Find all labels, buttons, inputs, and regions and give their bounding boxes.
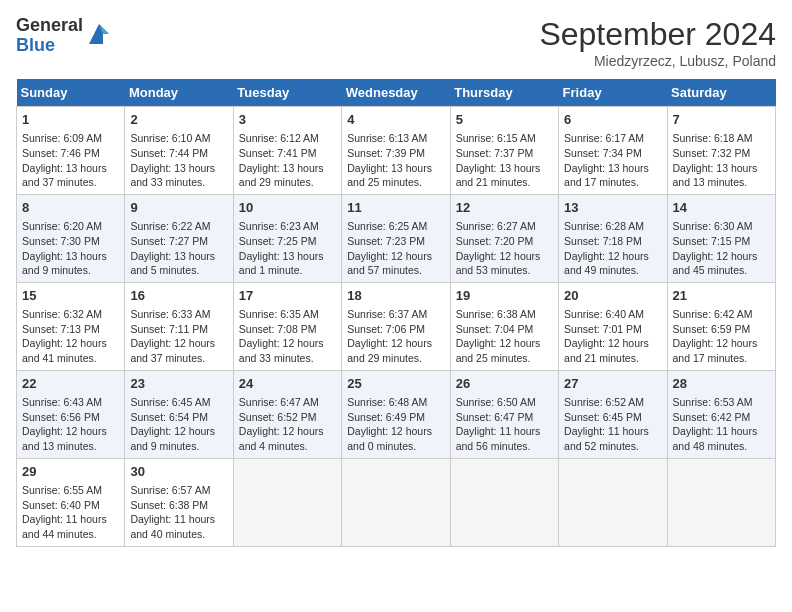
location: Miedzyrzecz, Lubusz, Poland [539,53,776,69]
day-number: 21 [673,287,770,305]
calendar-cell: 13Sunrise: 6:28 AM Sunset: 7:18 PM Dayli… [559,194,667,282]
day-info: Sunrise: 6:38 AM Sunset: 7:04 PM Dayligh… [456,307,553,366]
day-info: Sunrise: 6:37 AM Sunset: 7:06 PM Dayligh… [347,307,444,366]
day-number: 19 [456,287,553,305]
day-info: Sunrise: 6:13 AM Sunset: 7:39 PM Dayligh… [347,131,444,190]
day-number: 2 [130,111,227,129]
day-info: Sunrise: 6:20 AM Sunset: 7:30 PM Dayligh… [22,219,119,278]
calendar-cell: 23Sunrise: 6:45 AM Sunset: 6:54 PM Dayli… [125,370,233,458]
calendar-cell: 3Sunrise: 6:12 AM Sunset: 7:41 PM Daylig… [233,107,341,195]
day-info: Sunrise: 6:09 AM Sunset: 7:46 PM Dayligh… [22,131,119,190]
calendar-cell: 5Sunrise: 6:15 AM Sunset: 7:37 PM Daylig… [450,107,558,195]
day-info: Sunrise: 6:42 AM Sunset: 6:59 PM Dayligh… [673,307,770,366]
day-number: 10 [239,199,336,217]
day-info: Sunrise: 6:27 AM Sunset: 7:20 PM Dayligh… [456,219,553,278]
day-info: Sunrise: 6:50 AM Sunset: 6:47 PM Dayligh… [456,395,553,454]
day-number: 28 [673,375,770,393]
logo-icon [85,20,113,48]
calendar-cell [342,458,450,546]
day-info: Sunrise: 6:47 AM Sunset: 6:52 PM Dayligh… [239,395,336,454]
day-number: 14 [673,199,770,217]
day-info: Sunrise: 6:15 AM Sunset: 7:37 PM Dayligh… [456,131,553,190]
calendar-cell: 17Sunrise: 6:35 AM Sunset: 7:08 PM Dayli… [233,282,341,370]
day-info: Sunrise: 6:48 AM Sunset: 6:49 PM Dayligh… [347,395,444,454]
day-info: Sunrise: 6:18 AM Sunset: 7:32 PM Dayligh… [673,131,770,190]
title-block: September 2024 Miedzyrzecz, Lubusz, Pola… [539,16,776,69]
day-number: 5 [456,111,553,129]
calendar-cell: 26Sunrise: 6:50 AM Sunset: 6:47 PM Dayli… [450,370,558,458]
day-info: Sunrise: 6:33 AM Sunset: 7:11 PM Dayligh… [130,307,227,366]
calendar-cell: 14Sunrise: 6:30 AM Sunset: 7:15 PM Dayli… [667,194,775,282]
logo-general: General [16,16,83,36]
day-number: 4 [347,111,444,129]
weekday-header-tuesday: Tuesday [233,79,341,107]
day-info: Sunrise: 6:53 AM Sunset: 6:42 PM Dayligh… [673,395,770,454]
weekday-header-sunday: Sunday [17,79,125,107]
calendar-week-row: 29Sunrise: 6:55 AM Sunset: 6:40 PM Dayli… [17,458,776,546]
day-number: 1 [22,111,119,129]
weekday-header-monday: Monday [125,79,233,107]
day-info: Sunrise: 6:52 AM Sunset: 6:45 PM Dayligh… [564,395,661,454]
calendar-cell: 7Sunrise: 6:18 AM Sunset: 7:32 PM Daylig… [667,107,775,195]
day-number: 24 [239,375,336,393]
day-number: 7 [673,111,770,129]
calendar-cell: 16Sunrise: 6:33 AM Sunset: 7:11 PM Dayli… [125,282,233,370]
calendar-cell [667,458,775,546]
calendar-cell: 28Sunrise: 6:53 AM Sunset: 6:42 PM Dayli… [667,370,775,458]
day-number: 12 [456,199,553,217]
calendar-cell: 20Sunrise: 6:40 AM Sunset: 7:01 PM Dayli… [559,282,667,370]
day-info: Sunrise: 6:43 AM Sunset: 6:56 PM Dayligh… [22,395,119,454]
day-number: 30 [130,463,227,481]
calendar-cell: 12Sunrise: 6:27 AM Sunset: 7:20 PM Dayli… [450,194,558,282]
calendar-week-row: 8Sunrise: 6:20 AM Sunset: 7:30 PM Daylig… [17,194,776,282]
calendar-cell: 25Sunrise: 6:48 AM Sunset: 6:49 PM Dayli… [342,370,450,458]
day-number: 8 [22,199,119,217]
calendar-week-row: 22Sunrise: 6:43 AM Sunset: 6:56 PM Dayli… [17,370,776,458]
calendar-week-row: 15Sunrise: 6:32 AM Sunset: 7:13 PM Dayli… [17,282,776,370]
weekday-header-wednesday: Wednesday [342,79,450,107]
day-number: 26 [456,375,553,393]
calendar-cell: 21Sunrise: 6:42 AM Sunset: 6:59 PM Dayli… [667,282,775,370]
calendar-cell: 29Sunrise: 6:55 AM Sunset: 6:40 PM Dayli… [17,458,125,546]
calendar-cell: 10Sunrise: 6:23 AM Sunset: 7:25 PM Dayli… [233,194,341,282]
day-number: 3 [239,111,336,129]
calendar-cell: 15Sunrise: 6:32 AM Sunset: 7:13 PM Dayli… [17,282,125,370]
day-number: 13 [564,199,661,217]
day-number: 18 [347,287,444,305]
day-number: 9 [130,199,227,217]
day-number: 23 [130,375,227,393]
month-title: September 2024 [539,16,776,53]
calendar-cell: 30Sunrise: 6:57 AM Sunset: 6:38 PM Dayli… [125,458,233,546]
calendar-cell: 19Sunrise: 6:38 AM Sunset: 7:04 PM Dayli… [450,282,558,370]
calendar-cell: 9Sunrise: 6:22 AM Sunset: 7:27 PM Daylig… [125,194,233,282]
calendar-week-row: 1Sunrise: 6:09 AM Sunset: 7:46 PM Daylig… [17,107,776,195]
weekday-header-saturday: Saturday [667,79,775,107]
calendar-cell [559,458,667,546]
day-number: 15 [22,287,119,305]
calendar-cell: 27Sunrise: 6:52 AM Sunset: 6:45 PM Dayli… [559,370,667,458]
calendar-table: SundayMondayTuesdayWednesdayThursdayFrid… [16,79,776,547]
day-info: Sunrise: 6:35 AM Sunset: 7:08 PM Dayligh… [239,307,336,366]
day-info: Sunrise: 6:10 AM Sunset: 7:44 PM Dayligh… [130,131,227,190]
day-number: 17 [239,287,336,305]
calendar-cell: 4Sunrise: 6:13 AM Sunset: 7:39 PM Daylig… [342,107,450,195]
calendar-cell: 11Sunrise: 6:25 AM Sunset: 7:23 PM Dayli… [342,194,450,282]
weekday-header-friday: Friday [559,79,667,107]
day-number: 27 [564,375,661,393]
page-header: General Blue September 2024 Miedzyrzecz,… [16,16,776,69]
calendar-cell: 24Sunrise: 6:47 AM Sunset: 6:52 PM Dayli… [233,370,341,458]
day-info: Sunrise: 6:32 AM Sunset: 7:13 PM Dayligh… [22,307,119,366]
calendar-cell: 22Sunrise: 6:43 AM Sunset: 6:56 PM Dayli… [17,370,125,458]
day-info: Sunrise: 6:45 AM Sunset: 6:54 PM Dayligh… [130,395,227,454]
day-info: Sunrise: 6:23 AM Sunset: 7:25 PM Dayligh… [239,219,336,278]
day-info: Sunrise: 6:17 AM Sunset: 7:34 PM Dayligh… [564,131,661,190]
calendar-cell [450,458,558,546]
calendar-cell: 1Sunrise: 6:09 AM Sunset: 7:46 PM Daylig… [17,107,125,195]
logo-blue: Blue [16,36,83,56]
day-info: Sunrise: 6:28 AM Sunset: 7:18 PM Dayligh… [564,219,661,278]
day-number: 11 [347,199,444,217]
calendar-cell: 6Sunrise: 6:17 AM Sunset: 7:34 PM Daylig… [559,107,667,195]
calendar-cell: 18Sunrise: 6:37 AM Sunset: 7:06 PM Dayli… [342,282,450,370]
day-number: 20 [564,287,661,305]
day-number: 25 [347,375,444,393]
